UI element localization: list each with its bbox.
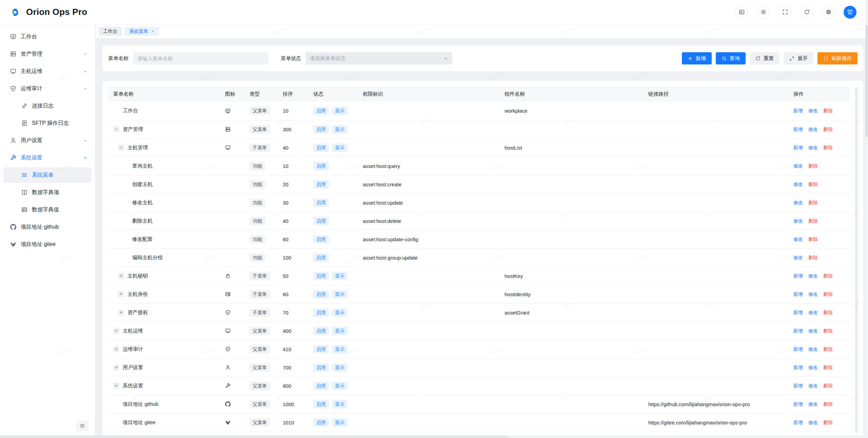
expand-row-toggle[interactable]: + (118, 291, 124, 297)
menu-name: 资产管理 (123, 126, 143, 133)
add-link[interactable]: 新增 (793, 291, 803, 297)
add-link[interactable]: 新增 (793, 145, 803, 150)
expand-row-toggle[interactable]: + (113, 364, 119, 370)
tab[interactable]: 工作台 (99, 27, 122, 36)
sidebar-item[interactable]: 系统菜单 (3, 167, 92, 183)
code-icon[interactable] (735, 6, 748, 19)
avatar[interactable]: 管 (844, 6, 856, 19)
edit-link[interactable]: 修改 (808, 383, 818, 388)
delete-link[interactable]: 删除 (823, 291, 833, 297)
status-tag: 显示 (332, 308, 348, 317)
collapse-row-toggle[interactable]: − (118, 145, 124, 151)
sidebar-item[interactable]: 连接日志 (3, 98, 92, 114)
sidebar-item[interactable]: SFTP 操作日志 (3, 115, 92, 131)
button-label: 刷新缓存 (831, 55, 852, 62)
delete-link[interactable]: 删除 (808, 182, 818, 187)
sidebar-item[interactable]: 主机运维 (3, 63, 92, 79)
delete-link[interactable]: 删除 (823, 401, 833, 407)
sidebar-item[interactable]: 工作台 (3, 29, 92, 44)
status-tag: 启用 (313, 144, 329, 152)
delete-link[interactable]: 删除 (823, 108, 833, 113)
add-link[interactable]: 新增 (793, 328, 803, 334)
delete-link[interactable]: 删除 (823, 310, 833, 315)
page-horizontal-scrollbar-thumb[interactable] (0, 436, 509, 438)
sidebar-item[interactable]: 系统设置 (3, 150, 92, 166)
delete-link[interactable]: 删除 (823, 328, 833, 334)
expand-row-toggle[interactable]: + (118, 309, 124, 316)
tab[interactable]: 系统菜单 (125, 27, 159, 36)
expand-row-toggle[interactable]: + (118, 273, 124, 279)
edit-link[interactable]: 修改 (808, 273, 818, 279)
edit-link[interactable]: 修改 (793, 236, 803, 242)
settings-icon[interactable] (822, 6, 835, 19)
add-link[interactable]: 新增 (793, 401, 803, 407)
sidebar-item[interactable]: 项目地址 gitee (3, 236, 92, 252)
delete-link[interactable]: 删除 (823, 145, 833, 150)
page: { "app": { "title": "Orion Ops Pro", "av… (0, 0, 868, 438)
reset-button[interactable]: 重置 (750, 52, 780, 64)
collapse-sidebar-button[interactable] (76, 420, 89, 431)
page-vertical-scrollbar-thumb[interactable] (866, 25, 868, 137)
sidebar-item[interactable]: 数据字典值 (3, 202, 92, 217)
edit-link[interactable]: 修改 (793, 163, 803, 169)
edit-link[interactable]: 修改 (808, 127, 818, 132)
edit-link[interactable]: 修改 (808, 310, 818, 315)
sidebar-item[interactable]: 数据字典项 (3, 185, 92, 200)
menu-name-input[interactable] (133, 52, 269, 64)
sidebar-item[interactable]: 用户设置 (3, 133, 92, 148)
delete-link[interactable]: 删除 (823, 365, 833, 370)
edit-link[interactable]: 修改 (808, 346, 818, 352)
delete-link[interactable]: 删除 (808, 236, 818, 242)
component-value (499, 157, 643, 175)
menu-status-select[interactable]: 请选择菜单状态 (305, 52, 452, 64)
edit-link[interactable]: 修改 (793, 218, 803, 224)
edit-link[interactable]: 修改 (808, 145, 818, 150)
add-link[interactable]: 新增 (793, 365, 803, 370)
sidebar-item[interactable]: 运维审计 (3, 81, 92, 96)
query-button[interactable]: 查询 (716, 52, 746, 64)
collapse-row-toggle[interactable]: − (113, 126, 119, 132)
status-tag: 显示 (332, 363, 348, 372)
chevron-up-icon (83, 87, 87, 91)
add-link[interactable]: 新增 (793, 383, 803, 388)
close-icon[interactable] (151, 30, 155, 33)
edit-link[interactable]: 修改 (793, 200, 803, 205)
edit-link[interactable]: 修改 (808, 401, 818, 407)
delete-link[interactable]: 删除 (808, 200, 818, 205)
delete-link[interactable]: 删除 (808, 255, 818, 260)
delete-link[interactable]: 删除 (808, 218, 818, 224)
add-link[interactable]: 新增 (793, 108, 803, 113)
add-button[interactable]: 新增 (682, 52, 712, 64)
delete-link[interactable]: 删除 (823, 273, 833, 279)
edit-link[interactable]: 修改 (808, 108, 818, 113)
edit-link[interactable]: 修改 (808, 365, 818, 370)
edit-link[interactable]: 修改 (793, 255, 803, 260)
delete-link[interactable]: 删除 (823, 383, 833, 388)
expand-row-toggle[interactable]: + (113, 383, 119, 389)
delete-link[interactable]: 删除 (823, 346, 833, 352)
sidebar-item[interactable]: 资产管理 (3, 46, 92, 62)
add-link[interactable]: 新增 (793, 310, 803, 315)
theme-icon[interactable] (757, 6, 770, 19)
delete-link[interactable]: 删除 (823, 127, 833, 132)
expand-button[interactable]: 展开 (784, 52, 813, 64)
add-link[interactable]: 新增 (793, 346, 803, 352)
add-link[interactable]: 新增 (793, 127, 803, 132)
add-link[interactable]: 新增 (793, 420, 803, 425)
reload-icon[interactable] (800, 6, 813, 19)
refresh-cache-button[interactable]: 刷新缓存 (817, 52, 857, 64)
sidebar-item[interactable]: 项目地址 github (3, 219, 92, 235)
edit-link[interactable]: 修改 (808, 328, 818, 334)
edit-link[interactable]: 修改 (793, 182, 803, 187)
component-value (499, 322, 643, 340)
fullscreen-icon[interactable] (778, 6, 791, 19)
edit-link[interactable]: 修改 (808, 291, 818, 297)
delete-link[interactable]: 删除 (823, 420, 833, 425)
table-scrollbar[interactable] (855, 87, 858, 433)
expand-row-toggle[interactable]: + (113, 346, 119, 352)
add-link[interactable]: 新增 (793, 273, 803, 279)
expand-row-toggle[interactable]: + (113, 328, 119, 334)
delete-link[interactable]: 删除 (808, 163, 818, 169)
edit-link[interactable]: 修改 (808, 420, 818, 425)
sidebar-item-label: 项目地址 github (21, 224, 59, 231)
